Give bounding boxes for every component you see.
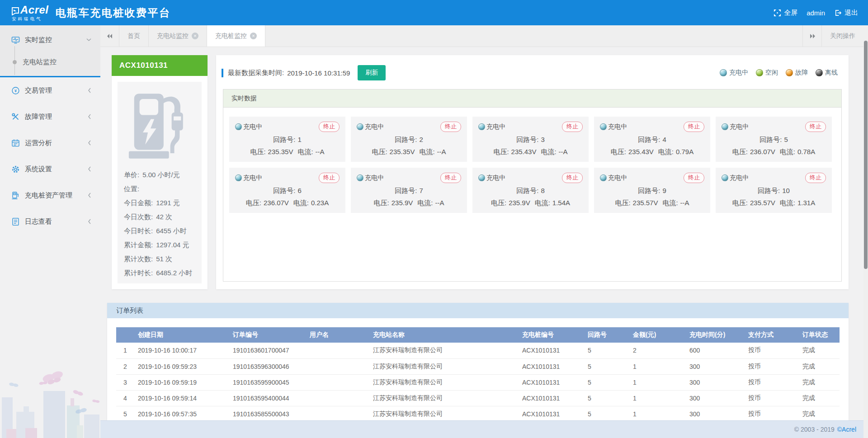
sidebar-group-realtime: 实时监控 充电站监控 (0, 25, 100, 77)
terminate-button[interactable]: 终止 (440, 122, 461, 132)
col-charge-minutes: 充电时间(分) (686, 327, 745, 343)
legend-fault: 故障 (786, 69, 808, 77)
sidebar-menu: ¥ 交易管理 故障管理 运营分析 (0, 77, 100, 235)
tab-label: 首页 (127, 32, 140, 40)
stat-total-duration: 累计时长:6485.2 小时 (124, 266, 199, 280)
tools-icon (11, 113, 20, 121)
fullscreen-icon (774, 9, 781, 17)
col-circuit-no: 回路号 (584, 327, 629, 343)
sidebar-item-realtime-monitor[interactable]: 实时监控 (0, 29, 100, 51)
terminate-button[interactable]: 终止 (805, 173, 826, 183)
chevron-left-icon (88, 140, 91, 146)
close-operations-button[interactable]: 关闭操作 (821, 25, 863, 47)
terminate-button[interactable]: 终止 (562, 122, 583, 132)
circuit-readings: 电压:235.43V电流:--A (478, 148, 583, 156)
charging-status-dot (720, 69, 727, 76)
order-row-5: 52019-10-16 09:57:351910163585500043江苏安科… (116, 406, 840, 420)
circuit-card-7: 充电中终止 回路号:7 电压:235.9V电流:--A (351, 168, 467, 213)
user-menu[interactable]: admin (804, 7, 828, 19)
terminate-button[interactable]: 终止 (319, 173, 340, 183)
sidebar-item-label: 实时监控 (25, 36, 52, 44)
top-header: Acrel 安科瑞电气 电瓶车充电桩收费平台 全屏 admin 退出 (0, 0, 868, 25)
circuit-number: 回路号:10 (722, 187, 826, 195)
circuit-number: 回路号:5 (722, 136, 826, 144)
chevron-left-icon (88, 114, 91, 119)
fullscreen-button[interactable]: 全屏 (771, 7, 800, 19)
tab-close-icon[interactable]: × (250, 33, 257, 39)
charging-pile-large-icon (126, 91, 193, 161)
legend-charging: 充电中 (720, 69, 748, 77)
tab-pile-monitor[interactable]: 充电桩监控 × (207, 25, 265, 47)
circuit-number: 回路号:1 (235, 136, 340, 144)
circuit-readings: 电压:235.9V电流:1.54A (478, 199, 583, 207)
circuit-number: 回路号:2 (357, 136, 461, 144)
chevron-left-icon (88, 219, 91, 224)
col-order-no: 订单编号 (229, 327, 306, 343)
circuit-card-6: 充电中终止 回路号:6 电压:236.07V电流:0.23A (229, 168, 345, 213)
username: admin (807, 9, 825, 17)
sidebar-item-label: 系统设置 (25, 165, 52, 174)
scrollbar-thumb[interactable] (864, 41, 868, 269)
double-chevron-right-icon (809, 33, 816, 39)
terminate-button[interactable]: 终止 (684, 173, 704, 183)
brand-subtitle: 安科瑞电气 (12, 17, 49, 21)
refresh-button[interactable]: 刷新 (358, 65, 386, 80)
terminate-button[interactable]: 终止 (562, 173, 583, 183)
tab-station-monitor[interactable]: 充电站监控 × (149, 25, 207, 47)
vertical-scrollbar[interactable] (863, 25, 868, 438)
sidebar-item-analysis[interactable]: 运营分析 (0, 130, 100, 156)
sidebar: 实时监控 充电站监控 ¥ 交易管理 (0, 25, 100, 438)
sidebar-item-settings[interactable]: 系统设置 (0, 156, 100, 182)
logout-icon (834, 9, 842, 17)
sidebar-item-pile-assets[interactable]: 充电桩资产管理 (0, 182, 100, 208)
terminate-button[interactable]: 终止 (440, 173, 461, 183)
col-created: 创建日期 (134, 327, 229, 343)
footer-brand-link[interactable]: ©Acrel (837, 426, 856, 433)
tabs-scroll-left-button[interactable] (100, 25, 119, 47)
circuit-card-3: 充电中终止 回路号:3 电压:235.43V电流:--A (472, 117, 589, 162)
station-body: 单价:5.00 小时/元 位置: 今日金额:1291 元 今日次数:42 次 今… (118, 82, 202, 283)
col-pay-method: 支付方式 (745, 327, 799, 343)
tab-close-icon[interactable]: × (192, 33, 198, 39)
tab-label: 充电桩监控 (215, 32, 247, 40)
logout-button[interactable]: 退出 (831, 7, 861, 19)
sidebar-item-faults[interactable]: 故障管理 (0, 104, 100, 130)
fullscreen-label: 全屏 (784, 9, 797, 17)
circuit-card-9: 充电中终止 回路号:9 电压:235.57V电流:--A (594, 168, 710, 213)
double-chevron-left-icon (107, 33, 113, 39)
chevron-left-icon (88, 193, 91, 198)
terminate-button[interactable]: 终止 (684, 122, 704, 132)
tab-home[interactable]: 首页 (119, 25, 149, 47)
col-order-status: 订单状态 (799, 327, 840, 343)
charging-status-dot (478, 123, 485, 130)
stat-today-duration: 今日时长:6455 小时 (124, 224, 199, 238)
sidebar-item-transactions[interactable]: ¥ 交易管理 (0, 77, 100, 104)
idle-status-dot (756, 69, 763, 76)
log-document-icon (11, 217, 20, 226)
circuit-card-10: 充电中终止 回路号:10 电压:235.57V电流:1.31A (716, 168, 832, 213)
terminate-button[interactable]: 终止 (319, 122, 340, 132)
svg-text:¥: ¥ (14, 89, 17, 93)
tab-bar: 首页 充电站监控 × 充电桩监控 × 关闭操作 (100, 25, 863, 47)
sidebar-subitem-station-monitor[interactable]: 充电站监控 (0, 51, 100, 73)
stat-unit-price: 单价:5.00 小时/元 (124, 168, 199, 182)
status-legend: 充电中 空闲 故障 离线 (720, 69, 838, 77)
tabs-scroll-right-button[interactable] (802, 25, 821, 47)
terminate-button[interactable]: 终止 (805, 122, 826, 132)
stat-total-count: 累计次数:51 次 (124, 252, 199, 266)
col-index (116, 327, 134, 343)
sidebar-item-label: 故障管理 (25, 113, 52, 121)
circuit-number: 回路号:8 (478, 187, 583, 195)
circuit-card-5: 充电中终止 回路号:5 电压:236.07V电流:0.78A (716, 117, 832, 162)
transaction-icon: ¥ (11, 86, 20, 95)
circuit-readings: 电压:235.35V电流:--A (357, 148, 461, 156)
sidebar-item-logs[interactable]: 日志查看 (0, 208, 100, 235)
station-summary-card: ACX1010131 单价:5.00 小时/元 位置 (112, 55, 208, 289)
circuit-readings: 电压:235.9V电流:--A (357, 199, 461, 207)
page-title: 电瓶车充电桩收费平台 (56, 6, 171, 20)
station-stats-list: 单价:5.00 小时/元 位置: 今日金额:1291 元 今日次数:42 次 今… (118, 164, 202, 280)
circuit-readings: 电压:235.35V电流:--A (235, 148, 340, 156)
circuit-number: 回路号:9 (600, 187, 704, 195)
stat-location: 位置: (124, 182, 199, 196)
realtime-monitor-panel: 最新数据采集时间: 2019-10-16 10:31:59 刷新 充电中 空闲 … (216, 55, 849, 289)
